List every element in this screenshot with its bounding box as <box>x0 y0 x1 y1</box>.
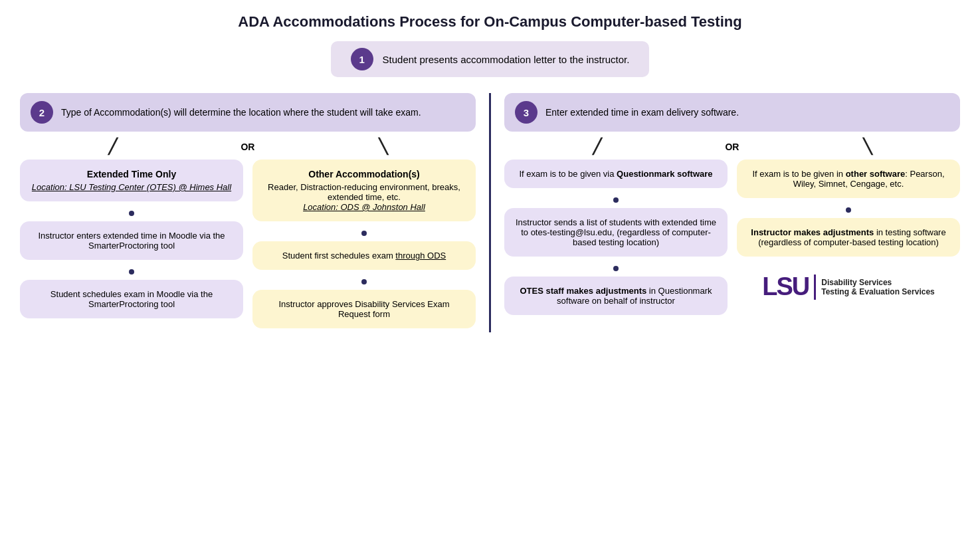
left-col2-card1: Other Accommodation(s) Reader, Distracti… <box>252 160 476 221</box>
left-slash-right: ╲ <box>379 138 387 156</box>
dot2a <box>361 231 367 236</box>
left-col: 2 Type of Accommodation(s) will determin… <box>20 93 491 332</box>
right-col: 3 Enter extended time in exam delivery s… <box>491 93 960 332</box>
through-ods-link: through ODS <box>395 251 446 261</box>
left-col1-location: Location: LSU Testing Center (OTES) @ Hi… <box>31 182 233 192</box>
left-subcol1: Extended Time Only Location: LSU Testing… <box>20 160 243 332</box>
dot4a <box>846 207 851 213</box>
dot3b <box>613 266 619 271</box>
connector4a <box>846 205 851 215</box>
lsu-description: Disability Services Testing & Evaluation… <box>821 278 935 296</box>
step1-row: 1 Student presents accommodation letter … <box>20 41 960 77</box>
left-col1-card2: Instructor enters extended time in Moodl… <box>20 221 243 260</box>
right-col1-card1: If exam is to be given via Questionmark … <box>504 160 728 188</box>
step3-badge: 3 <box>515 101 538 124</box>
step1-badge: 1 <box>351 48 373 70</box>
lsu-logo-area: LSU Disability Services Testing & Evalua… <box>762 273 935 301</box>
otes-bold: OTES staff makes adjustments <box>520 286 647 296</box>
left-col2-card3: Instructor approves Disability Services … <box>252 290 476 328</box>
lsu-divider <box>814 275 816 300</box>
page-title: ADA Accommodations Process for On-Campus… <box>20 13 960 31</box>
step1-box: 1 Student presents accommodation letter … <box>331 41 650 77</box>
left-col2-card2: Student first schedules exam through ODS <box>252 241 476 270</box>
right-or-row: ╱ OR ╲ <box>504 138 960 156</box>
left-col2-location: Location: ODS @ Johnston Hall <box>263 202 465 212</box>
step3-box: 3 Enter extended time in exam delivery s… <box>504 93 960 132</box>
connector3b <box>613 263 619 274</box>
step2-box: 2 Type of Accommodation(s) will determin… <box>20 93 476 132</box>
lsu-logo-text: LSU <box>762 273 809 301</box>
left-col2-subtitle: Reader, Distraction-reducing environment… <box>263 182 465 202</box>
right-col1-card2: Instructor sends a list of students with… <box>504 208 728 257</box>
step2-badge: 2 <box>31 101 53 124</box>
right-col2-card1-text: If exam is to be given in other software… <box>752 169 944 189</box>
left-or-row: ╱ OR ╲ <box>20 138 476 156</box>
left-col2-card2-text: Student first schedules exam through ODS <box>282 251 446 261</box>
lsu-line1: Disability Services <box>821 278 935 287</box>
right-sub-cols: If exam is to be given via Questionmark … <box>504 160 960 319</box>
right-col1-card3-text: OTES staff makes adjustments in Question… <box>520 286 712 306</box>
left-col1-card1: Extended Time Only Location: LSU Testing… <box>20 160 243 201</box>
right-subcol2: If exam is to be given in other software… <box>737 160 960 319</box>
right-slash-right: ╲ <box>863 138 872 156</box>
left-col1-card3: Student schedules exam in Moodle via the… <box>20 280 243 318</box>
left-col1-card2-text: Instructor enters extended time in Moodl… <box>38 231 225 251</box>
right-col2-card2: Instructor makes adjustments in testing … <box>737 218 960 257</box>
dot1b <box>129 269 134 275</box>
connector2a <box>361 228 367 239</box>
dot1a <box>129 211 134 216</box>
left-col2-card3-text: Instructor approves Disability Services … <box>278 299 449 319</box>
left-subcol2: Other Accommodation(s) Reader, Distracti… <box>252 160 476 332</box>
connector1a <box>129 208 134 219</box>
right-subcol1: If exam is to be given via Questionmark … <box>504 160 728 319</box>
right-slash-left: ╱ <box>593 138 601 156</box>
main-cols: 2 Type of Accommodation(s) will determin… <box>20 93 960 332</box>
right-col2-card2-text: Instructor makes adjustments in testing … <box>751 227 945 247</box>
lsu-line2: Testing & Evaluation Services <box>821 287 935 296</box>
right-col1-card1-text: If exam is to be given via Questionmark … <box>519 169 712 179</box>
dot3a <box>613 197 619 203</box>
left-or-label: OR <box>241 142 254 152</box>
right-col2-card1: If exam is to be given in other software… <box>737 160 960 198</box>
step2-text: Type of Accommodation(s) will determine … <box>61 107 421 118</box>
step1-text: Student presents accommodation letter to… <box>383 54 630 65</box>
connector1b <box>129 267 134 277</box>
step3-text: Enter extended time in exam delivery sof… <box>545 107 739 118</box>
left-slash-left: ╱ <box>108 138 117 156</box>
left-col2-title: Other Accommodation(s) <box>263 169 465 179</box>
left-col1-card3-text: Student schedules exam in Moodle via the… <box>50 289 213 309</box>
right-or-label: OR <box>725 142 739 152</box>
connector2b <box>361 276 367 287</box>
right-col1-card3: OTES staff makes adjustments in Question… <box>504 276 728 315</box>
right-col1-card2-text: Instructor sends a list of students with… <box>516 217 716 247</box>
dot2b <box>361 279 367 284</box>
connector3a <box>613 195 619 205</box>
left-sub-cols: Extended Time Only Location: LSU Testing… <box>20 160 476 332</box>
left-col1-title: Extended Time Only <box>31 169 233 179</box>
